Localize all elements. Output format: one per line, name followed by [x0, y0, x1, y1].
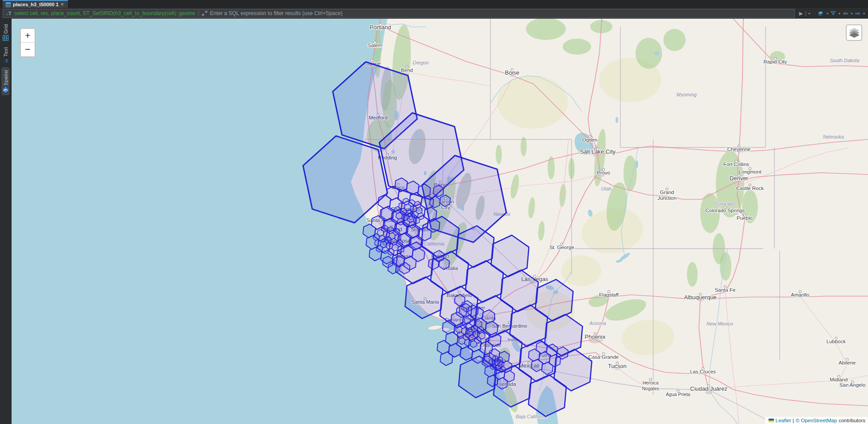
forest-area[interactable]	[720, 252, 731, 281]
state-label[interactable]: South Dakota	[830, 58, 860, 63]
city-label[interactable]: Boise	[505, 69, 520, 76]
state-label[interactable]: Wyoming	[676, 92, 697, 97]
city-label[interactable]: Casa Grande	[588, 354, 619, 360]
clear-filter-eraser-icon[interactable]	[817, 9, 825, 18]
city-label[interactable]: Midland	[830, 377, 848, 382]
state-label[interactable]: New Mexico	[706, 321, 733, 326]
forest-area[interactable]	[623, 155, 637, 191]
city-label[interactable]: Denver	[730, 175, 749, 182]
table-grid-icon	[6, 2, 11, 7]
h3-cell-sacramento-micro[interactable]	[411, 214, 415, 218]
history-forward-icon[interactable]: ⇨	[854, 9, 861, 18]
toolbar-separator: |	[805, 10, 806, 16]
lake[interactable]	[635, 160, 638, 168]
lake[interactable]	[654, 51, 659, 55]
map-canvas[interactable]: PortlandSalemEugeneBendMedfordReddingChi…	[12, 19, 868, 424]
svg-text:T: T	[5, 58, 8, 63]
city-label[interactable]: GrandJunction	[658, 190, 677, 201]
city-label[interactable]: Ogden	[582, 137, 598, 143]
h3-cell-la-tiny[interactable]	[479, 332, 485, 339]
sidebar-tab-grid-label: Grid	[3, 24, 8, 34]
tab-title: places_h3_t50000 1	[13, 2, 59, 7]
city-label[interactable]: Salt Lake City	[580, 148, 616, 155]
filter-placeholder: Enter a SQL expression to filter results…	[210, 10, 792, 16]
tab-places-h3[interactable]: places_h3_t50000 1 ×	[3, 0, 68, 8]
result-tab-strip: places_h3_t50000 1 ×	[0, 0, 868, 8]
sidebar-tab-text[interactable]: Text ‹› T	[2, 45, 9, 65]
city-label[interactable]: Provo	[597, 170, 610, 175]
city-label[interactable]: Lubbock	[826, 339, 846, 344]
state-label[interactable]: Oregon	[413, 60, 429, 65]
city-label[interactable]: Portland	[370, 24, 391, 31]
city-label[interactable]: Agua Prieta	[666, 392, 690, 397]
forest-area[interactable]	[687, 262, 698, 287]
apply-filter-button[interactable]: ▶	[798, 9, 804, 18]
city-label[interactable]: Tucson	[608, 363, 627, 369]
city-label[interactable]: HeroicaNogales	[642, 380, 659, 391]
spatial-map-viewport[interactable]: PortlandSalemEugeneBendMedfordReddingChi…	[12, 19, 868, 424]
city-label[interactable]: San Angelo	[840, 382, 866, 388]
filter-funnel-dropdown-icon[interactable]: ▾	[838, 12, 840, 16]
forest-area[interactable]	[496, 145, 502, 164]
ukraine-flag-icon	[769, 419, 774, 422]
grid-icon	[3, 35, 8, 41]
city-label[interactable]: Ciudad Juárez	[690, 385, 727, 392]
city-label[interactable]: Castle Rock	[736, 186, 764, 191]
city-label[interactable]: Fort Collins	[723, 162, 749, 167]
state-label[interactable]: Arizona	[589, 321, 606, 326]
city-label[interactable]: Rapid City	[763, 59, 787, 64]
sql-filter-input[interactable]: ‹›T select cell, res, place_count, ST_Se…	[3, 9, 795, 18]
tab-close-icon[interactable]: ×	[61, 1, 64, 8]
lake[interactable]	[615, 117, 618, 123]
h3-cell-sd-micro[interactable]	[498, 363, 501, 366]
attribution-suffix: contributors	[839, 418, 865, 423]
city-label[interactable]: Albuquerque	[684, 294, 717, 301]
zoom-in-button[interactable]: +	[21, 29, 35, 43]
forest-area[interactable]	[663, 29, 686, 51]
city-label[interactable]: Las Cruces	[690, 369, 716, 374]
city-label[interactable]: Phoenix	[585, 333, 606, 340]
history-forward-dropdown-icon[interactable]: ▾	[863, 12, 865, 16]
forest-area[interactable]	[526, 19, 566, 40]
map-layers-control[interactable]	[846, 24, 862, 41]
attribution-separator: |	[793, 418, 794, 423]
city-label[interactable]: Abilene	[839, 360, 856, 365]
osm-link[interactable]: © OpenStreetMap	[796, 418, 837, 423]
map-attribution: Leaflet | © OpenStreetMap contributors	[765, 417, 868, 424]
apply-filter-dropdown-icon[interactable]: ▾	[808, 12, 810, 16]
city-label[interactable]: Amarillo	[791, 292, 809, 297]
scrubland-area[interactable]	[561, 255, 601, 286]
history-back-dropdown-icon[interactable]: ▾	[850, 12, 853, 16]
forest-area[interactable]	[700, 193, 720, 233]
forest-area[interactable]	[563, 39, 591, 55]
city-label[interactable]: Bend	[401, 67, 413, 73]
clear-filter-dropdown-icon[interactable]: ▾	[826, 12, 829, 16]
city-label[interactable]: Longmont	[738, 169, 761, 174]
sql-expression-icon: ‹›T	[6, 10, 12, 17]
city-label[interactable]: Cheyenne	[727, 147, 750, 152]
city-label[interactable]: Santa Fe	[715, 287, 736, 293]
state-label[interactable]: Utah	[601, 186, 611, 191]
h3-cell-sd-tiny[interactable]	[500, 366, 505, 372]
city-label[interactable]: Pueblo	[737, 215, 753, 221]
city-label[interactable]: St. George	[549, 245, 574, 250]
city-label[interactable]: Colorado Springs	[706, 208, 745, 213]
h3-cell-sacramento-tiny[interactable]	[418, 213, 424, 220]
expand-panel-icon[interactable]	[202, 11, 207, 16]
sidebar-tab-spatial[interactable]: Spatial	[2, 68, 9, 95]
state-label[interactable]: Nebraska	[823, 134, 844, 139]
h3-cell-bay-micro[interactable]	[388, 240, 392, 244]
filter-toolbar-actions: ▶ | ▾ ▾ ▾ ⇦ ▾ ⇨ ▾	[795, 9, 866, 18]
filter-funnel-icon[interactable]	[830, 9, 836, 18]
zoom-out-button[interactable]: −	[21, 43, 35, 56]
h3-cell-bay-tiny[interactable]	[398, 246, 404, 253]
city-label[interactable]: Salem	[368, 43, 383, 48]
leaflet-link[interactable]: Leaflet	[776, 418, 791, 423]
svg-text:‹›: ‹›	[3, 59, 5, 63]
sidebar-tab-grid[interactable]: Grid	[2, 22, 9, 43]
h3-cell-la-micro[interactable]	[472, 332, 476, 336]
text-icon: ‹› T	[3, 58, 8, 63]
history-back-icon[interactable]: ⇦	[842, 9, 849, 18]
city-label[interactable]: Flagstaff	[599, 292, 619, 297]
state-label[interactable]: Colorado	[715, 201, 735, 206]
